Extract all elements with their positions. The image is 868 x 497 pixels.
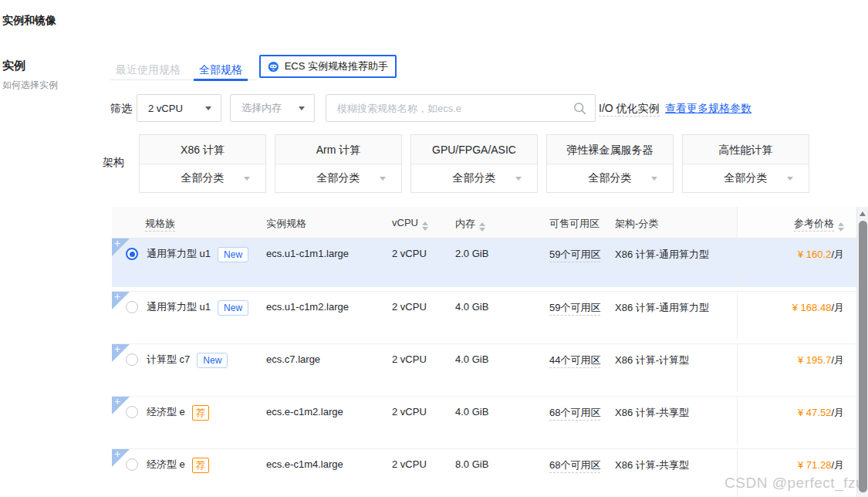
search-icon[interactable] [573, 102, 586, 115]
vcpu-value: 2 vCPU [392, 449, 455, 497]
arch-tab-baremetal[interactable]: 弹性裸金属服务器 全部分类 [546, 134, 674, 193]
zones-link[interactable]: 68个可用区 [549, 459, 600, 473]
row-radio[interactable] [126, 248, 138, 260]
arch-category: X86 计算-通用算力型 [615, 238, 737, 287]
tab-all-specs[interactable]: 全部规格 [194, 61, 248, 79]
family-cell: 经济型 e 荐 [112, 449, 266, 497]
arch-tab-gpu-fpga-asic[interactable]: GPU/FPGA/ASIC 全部分类 [410, 134, 538, 193]
memory-select[interactable]: 选择内存 [230, 94, 315, 122]
recommend-badge: 荐 [192, 405, 209, 421]
price-amount: ¥ 47.52 [798, 407, 831, 418]
more-spec-params-link[interactable]: 查看更多规格参数 [665, 94, 751, 122]
arch-category: X86 计算-计算型 [615, 344, 737, 392]
page-title: 实例和镜像 [2, 14, 56, 28]
arch-tab-name[interactable]: GPU/FPGA/ASIC [411, 135, 537, 164]
header-memory-sort[interactable]: 内存 [455, 207, 549, 238]
caret-down-icon [244, 177, 250, 181]
family-cell: 经济型 e 荐 [112, 397, 266, 445]
arch-tab-name[interactable]: Arm 计算 [275, 135, 401, 164]
price-cell: ¥ 47.52/月 [737, 397, 856, 445]
vcpu-value: 2 vCPU [392, 344, 455, 392]
sort-icon[interactable] [479, 222, 485, 232]
vcpu-select[interactable]: 2 vCPU [137, 94, 221, 122]
arch-category-select[interactable]: 全部分类 [547, 164, 673, 192]
sort-icon[interactable] [838, 222, 844, 232]
family-name: 经济型 e [147, 405, 185, 419]
row-radio[interactable] [126, 353, 138, 366]
price-unit: /月 [831, 407, 844, 418]
spec-tabs: 最近使用规格 全部规格 [110, 61, 257, 80]
architecture-label: 架构 [103, 156, 124, 170]
memory-value: 4.0 GiB [455, 397, 549, 445]
memory-value: 4.0 GiB [455, 344, 549, 392]
header-family: 规格族 [112, 207, 266, 238]
zones-link[interactable]: 59个可用区 [549, 302, 600, 316]
price-cell: ¥ 71.28/月 [737, 449, 856, 497]
instance-spec: ecs.c7.large [266, 344, 392, 392]
zones-cell: 44个可用区 [549, 344, 615, 392]
family-name: 通用算力型 u1 [147, 300, 211, 314]
vcpu-select-value: 2 vCPU [148, 103, 183, 114]
caret-down-icon [205, 106, 211, 110]
arch-tab-hpc[interactable]: 高性能计算 全部分类 [682, 134, 809, 193]
zones-cell: 68个可用区 [549, 397, 615, 445]
arrow-up-icon[interactable] [860, 211, 866, 216]
header-vcpu-text: vCPU [392, 217, 418, 228]
vertical-scrollbar[interactable] [856, 207, 868, 497]
sort-icon[interactable] [422, 221, 428, 231]
memory-value: 4.0 GiB [455, 292, 549, 340]
recommend-badge: 荐 [192, 458, 209, 473]
tab-recent-specs[interactable]: 最近使用规格 [110, 61, 186, 79]
arch-category-select[interactable]: 全部分类 [140, 164, 265, 192]
instance-spec: ecs.u1-c1m2.large [266, 292, 392, 340]
price-unit: /月 [831, 354, 844, 366]
arch-category-value: 全部分类 [453, 171, 496, 185]
arch-tab-name[interactable]: 高性能计算 [683, 135, 809, 164]
how-to-choose-link[interactable]: 如何选择实例 [2, 79, 58, 92]
arch-category-value: 全部分类 [724, 171, 768, 185]
arch-tab-x86[interactable]: X86 计算 全部分类 [139, 134, 266, 193]
architecture-tabs: X86 计算 全部分类 Arm 计算 全部分类 GPU/FPGA/ASIC 全部… [139, 134, 809, 193]
price-unit: /月 [831, 302, 844, 313]
memory-value: 8.0 GiB [455, 449, 549, 497]
table-row[interactable]: 计算型 c7 New ecs.c7.large 2 vCPU 4.0 GiB 4… [112, 343, 856, 392]
zones-cell: 59个可用区 [549, 292, 615, 340]
family-name: 通用算力型 u1 [147, 247, 211, 261]
zones-link[interactable]: 68个可用区 [549, 407, 600, 421]
ecs-spec-assistant-button[interactable]: ECS 实例规格推荐助手 [259, 55, 397, 78]
price-cell: ¥ 160.2/月 [737, 238, 856, 287]
arch-category-select[interactable]: 全部分类 [683, 164, 809, 192]
arch-tab-name[interactable]: X86 计算 [140, 135, 265, 164]
arch-category: X86 计算-共享型 [615, 449, 737, 497]
row-radio[interactable] [126, 301, 138, 313]
header-memory-text: 内存 [455, 218, 475, 229]
price-amount: ¥ 160.2 [798, 248, 831, 260]
zones-link[interactable]: 44个可用区 [549, 354, 600, 368]
filter-label: 筛选 [110, 94, 132, 122]
assistant-button-label: ECS 实例规格推荐助手 [285, 59, 388, 73]
zones-link[interactable]: 59个可用区 [549, 248, 600, 262]
price-amount: ¥ 168.48 [792, 302, 832, 313]
arch-tab-arm[interactable]: Arm 计算 全部分类 [275, 134, 402, 193]
caret-down-icon [299, 106, 305, 110]
arch-tab-name[interactable]: 弹性裸金属服务器 [547, 135, 673, 164]
arch-category-select[interactable]: 全部分类 [275, 164, 401, 192]
spec-search-box [326, 94, 596, 122]
spec-search-input[interactable] [326, 95, 595, 121]
table-row[interactable]: 经济型 e 荐 ecs.e-c1m2.large 2 vCPU 4.0 GiB … [112, 396, 856, 445]
scrollbar-thumb[interactable] [859, 221, 867, 492]
row-radio[interactable] [126, 406, 138, 418]
header-vcpu-sort[interactable]: vCPU [392, 207, 455, 238]
table-row[interactable]: 经济型 e 荐 ecs.e-c1m4.large 2 vCPU 8.0 GiB … [112, 448, 856, 497]
io-optimized-label[interactable]: I/O 优化实例 [599, 94, 660, 122]
table-row[interactable]: 通用算力型 u1 New ecs.u1-c1m2.large 2 vCPU 4.… [112, 291, 856, 340]
family-cell: 计算型 c7 New [112, 344, 266, 392]
caret-down-icon [651, 177, 657, 181]
row-radio[interactable] [126, 458, 138, 471]
arch-category-select[interactable]: 全部分类 [411, 164, 537, 192]
vcpu-value: 2 vCPU [392, 238, 455, 287]
header-price-sort[interactable]: 参考价格 [737, 207, 856, 238]
table-row[interactable]: 通用算力型 u1 New ecs.u1-c1m1.large 2 vCPU 2.… [112, 238, 856, 287]
memory-value: 2.0 GiB [455, 238, 549, 287]
header-arch: 架构-分类 [615, 207, 737, 238]
